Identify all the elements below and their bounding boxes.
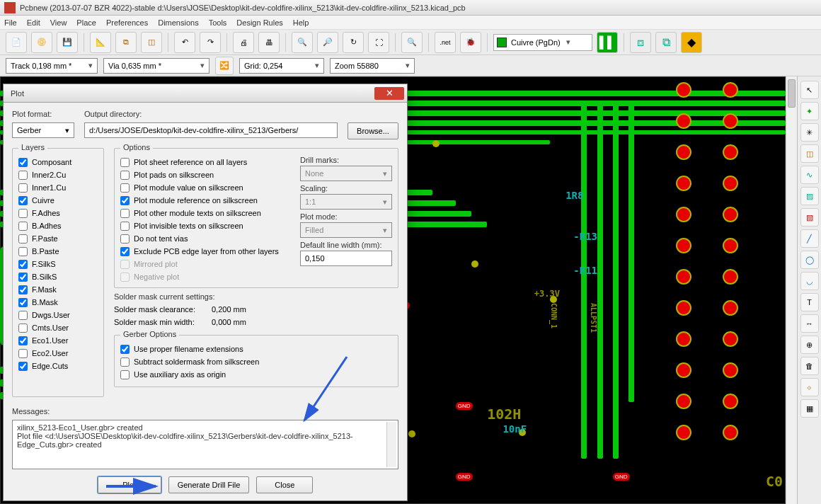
add-track-icon[interactable]: ∿ xyxy=(800,166,819,184)
layer-inner1-cu[interactable]: Inner1.Cu xyxy=(18,181,98,194)
layer-f-paste[interactable]: F.Paste xyxy=(18,232,98,245)
offset-icon[interactable]: ⟐ xyxy=(800,378,819,396)
menu-edit[interactable]: Edit xyxy=(27,18,40,27)
draw-line-icon[interactable]: ╱ xyxy=(800,229,819,248)
through-hole-pad xyxy=(676,362,691,378)
autoroute-icon[interactable]: 🔀 xyxy=(215,57,234,75)
drill-file-button[interactable]: Generate Drill File xyxy=(168,476,250,493)
vertical-scrollbar[interactable] xyxy=(786,76,797,504)
open-icon[interactable]: 📀 xyxy=(31,32,52,53)
layer-f-silks[interactable]: F.SilkS xyxy=(18,258,98,270)
layer-cmts-user[interactable]: Cmts.User xyxy=(18,321,98,334)
layer-dwgs-user[interactable]: Dwgs.User xyxy=(18,309,98,321)
redo-icon[interactable]: ↷ xyxy=(200,32,221,53)
add-zone-icon[interactable]: ▨ xyxy=(800,187,819,205)
dropdown-icon: ▾ xyxy=(200,61,205,70)
toolbar-main: 📄 📀 💾 📐 ⧉ ◫ ↶ ↷ 🖨 🖶 🔍 🔎 ↻ ⛶ 🔍 .net 🐞 Cui… xyxy=(0,30,821,55)
plot-format-select[interactable]: Gerber ▾ xyxy=(12,122,74,138)
window-titlebar: Pcbnew (2013-07-07 BZR 4022)-stable d:\U… xyxy=(0,0,821,16)
find-icon[interactable]: 🔍 xyxy=(401,32,423,53)
layer-f-mask[interactable]: F.Mask xyxy=(18,283,98,296)
opt-1[interactable]: Plot pads on silkscreen xyxy=(120,168,283,181)
undo-icon[interactable]: ↶ xyxy=(174,32,195,53)
opt-2[interactable]: Plot module value on silkscreen xyxy=(120,181,283,194)
layer-inner2-cu[interactable]: Inner2.Cu xyxy=(18,168,98,181)
menu-design-rules[interactable]: Design Rules xyxy=(236,18,282,27)
new-icon[interactable]: 📄 xyxy=(6,32,27,53)
plot-icon[interactable]: 🖶 xyxy=(258,32,280,53)
layer-eco1-user[interactable]: Eco1.User xyxy=(18,334,98,347)
layer-select[interactable]: Cuivre (PgDn) ▾ xyxy=(493,34,592,51)
menu-tools[interactable]: Tools xyxy=(209,18,227,27)
layer-edge-cuts[interactable]: Edge.Cuts xyxy=(18,360,98,372)
close-button[interactable]: Close xyxy=(256,476,313,493)
layer-cuivre[interactable]: Cuivre xyxy=(18,194,98,207)
via-size-select[interactable]: Via 0,635 mm * ▾ xyxy=(103,58,209,74)
delete-icon[interactable]: 🗑 xyxy=(800,357,819,375)
close-icon[interactable]: ✕ xyxy=(374,87,404,100)
plotmode-select[interactable]: Filled▾ xyxy=(300,222,392,238)
scroll-thumb[interactable] xyxy=(788,79,796,108)
zoom-fit-icon[interactable]: ⛶ xyxy=(368,32,389,53)
menu-place[interactable]: Place xyxy=(76,18,96,27)
silk-r13: -R13 xyxy=(573,231,597,242)
warning-icon[interactable]: ◆ xyxy=(681,32,702,53)
messages-scrollbar[interactable] xyxy=(386,422,396,467)
plot-format-value: Gerber xyxy=(17,126,41,134)
layer-f-adhes[interactable]: F.Adhes xyxy=(18,207,98,219)
zoom-in-icon[interactable]: 🔍 xyxy=(292,32,313,53)
keepout-icon[interactable]: ▧ xyxy=(800,208,819,227)
layer-b-mask[interactable]: B.Mask xyxy=(18,296,98,309)
zoom-out-icon[interactable]: 🔎 xyxy=(317,32,338,53)
draw-arc-icon[interactable]: ◡ xyxy=(800,272,819,290)
browse-button[interactable]: Browse... xyxy=(348,122,398,139)
grid-select[interactable]: Grid: 0,254 ▾ xyxy=(239,58,324,74)
text-icon[interactable]: T xyxy=(800,293,819,311)
local-ratsnest-icon[interactable]: ✳ xyxy=(800,123,819,142)
drc-tool-icon[interactable]: ⧈ xyxy=(630,32,651,53)
opt-4[interactable]: Plot other module texts on silkscreen xyxy=(120,207,283,219)
refresh-icon[interactable]: ↻ xyxy=(343,32,364,53)
zoom-select[interactable]: Zoom 55880 ▾ xyxy=(330,58,415,74)
netlist-icon[interactable]: .net xyxy=(435,32,456,53)
scaling-select[interactable]: 1:1▾ xyxy=(300,194,392,210)
cursor-icon[interactable]: ↖ xyxy=(800,81,819,99)
layer-b-silks[interactable]: B.SilkS xyxy=(18,270,98,283)
opt-0[interactable]: Plot sheet reference on all layers xyxy=(120,156,283,168)
gerber-opt-0[interactable]: Use proper filename extensions xyxy=(120,343,392,355)
opt-6[interactable]: Do not tent vias xyxy=(120,232,283,245)
menu-view[interactable]: View xyxy=(50,18,67,27)
dropdown-icon: ▾ xyxy=(565,38,572,47)
layer-composant[interactable]: Composant xyxy=(18,156,98,168)
sm-clear-k: Solder mask clearance: xyxy=(114,305,206,314)
drill-select[interactable]: None▾ xyxy=(300,166,392,181)
opt-3[interactable]: Plot module reference on silkscreen xyxy=(120,194,283,207)
save-icon[interactable]: 💾 xyxy=(57,32,78,53)
opt-7[interactable]: Exclude PCB edge layer from other layers xyxy=(120,245,283,258)
menu-dimensions[interactable]: Dimensions xyxy=(158,18,198,27)
layer-b-adhes[interactable]: B.Adhes xyxy=(18,219,98,232)
output-dir-input[interactable]: d:/Users/JOSE/Desktop/kit-dev-coldfire-x… xyxy=(84,122,338,138)
dimension-icon[interactable]: ↔ xyxy=(800,314,819,333)
grid-origin-icon[interactable]: ▦ xyxy=(800,399,819,418)
menu-file[interactable]: File xyxy=(4,18,17,27)
layer-b-paste[interactable]: B.Paste xyxy=(18,245,98,258)
menu-help[interactable]: Help xyxy=(293,18,309,27)
track-width-select[interactable]: Track 0,198 mm * ▾ xyxy=(6,58,98,74)
target-icon[interactable]: ⊕ xyxy=(800,336,819,354)
opt-5[interactable]: Plot invisible texts on silkscreen xyxy=(120,219,283,232)
layer-toggle-icon[interactable]: ▌▌ xyxy=(597,32,618,53)
drc-icon[interactable]: 🐞 xyxy=(460,32,481,53)
component-icon[interactable]: ⧉ xyxy=(115,32,137,53)
auto-track-icon[interactable]: ⧉ xyxy=(655,32,677,53)
print-icon[interactable]: 🖨 xyxy=(233,32,254,53)
module-icon[interactable]: ◫ xyxy=(141,32,162,53)
dialog-titlebar[interactable]: Plot ✕ xyxy=(4,84,407,103)
add-module-icon[interactable]: ◫ xyxy=(800,144,819,163)
highlight-net-icon[interactable]: ✦ xyxy=(800,102,819,120)
menu-preferences[interactable]: Preferences xyxy=(106,18,148,27)
draw-circle-icon[interactable]: ◯ xyxy=(800,251,819,269)
layer-eco2-user[interactable]: Eco2.User xyxy=(18,347,98,360)
page-setup-icon[interactable]: 📐 xyxy=(90,32,111,53)
linewidth-input[interactable]: 0,150 xyxy=(300,251,392,266)
